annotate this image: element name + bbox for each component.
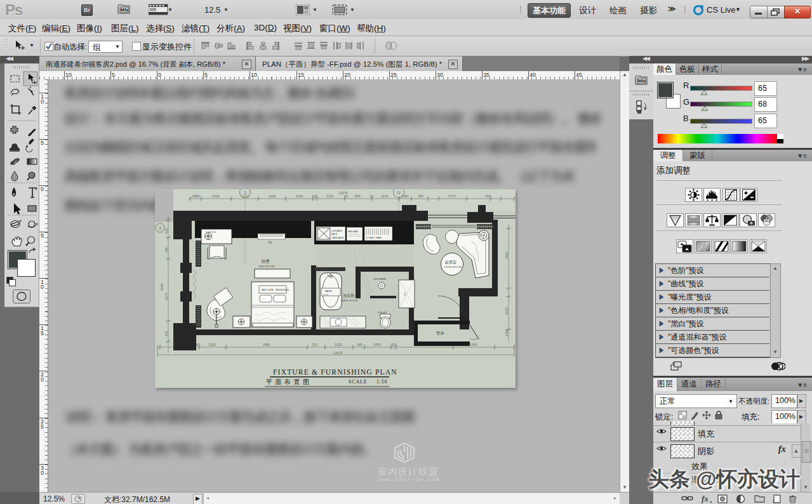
svg-text:285: 285 [357, 343, 363, 347]
svg-text:TOILET: TOILET [378, 311, 387, 314]
svg-text:12975: 12975 [338, 191, 348, 195]
svg-text:350: 350 [418, 194, 423, 198]
svg-text:3680: 3680 [263, 343, 270, 347]
svg-text:1500: 1500 [470, 343, 477, 347]
svg-text:280: 280 [164, 247, 168, 253]
svg-text:210: 210 [312, 343, 317, 347]
svg-text:800: 800 [355, 194, 361, 198]
svg-text:BED ROOM: BED ROOM [259, 265, 274, 268]
svg-text:CONSOLE: CONSOLE [206, 231, 216, 234]
svg-text:洗手间: 洗手间 [343, 293, 354, 298]
svg-text:1520: 1520 [212, 194, 220, 198]
svg-text:3270: 3270 [164, 293, 168, 300]
svg-text:12675: 12675 [333, 351, 343, 355]
svg-text:TV: TV [403, 292, 406, 296]
svg-text:Mb: Mb [638, 78, 646, 84]
svg-text:50: 50 [196, 343, 200, 347]
svg-text:SCALE: SCALE [349, 379, 367, 385]
svg-text:4595: 4595 [160, 283, 164, 291]
svg-text:U: U [397, 190, 401, 196]
svg-text:平面布置图: 平面布置图 [266, 378, 312, 385]
svg-text:CASE RACK: CASE RACK [331, 237, 344, 239]
svg-text:2120: 2120 [335, 343, 342, 347]
svg-text:RACK: RACK [331, 233, 338, 235]
svg-text:350: 350 [164, 331, 168, 336]
svg-text:1050: 1050 [373, 343, 381, 347]
svg-text:1: 1 [244, 190, 247, 196]
svg-text:1160: 1160 [269, 194, 276, 198]
svg-text:MINI BAR: MINI BAR [348, 230, 358, 233]
svg-text:420: 420 [164, 228, 168, 234]
svg-text:4220: 4220 [505, 307, 509, 315]
svg-text:310: 310 [391, 343, 397, 347]
svg-text:fx: fx [702, 494, 709, 503]
svg-text:2605: 2605 [505, 251, 509, 259]
svg-text:1220: 1220 [296, 194, 303, 198]
svg-text:1200: 1200 [326, 194, 334, 198]
svg-text:1400: 1400 [505, 329, 509, 336]
svg-text:1320: 1320 [208, 343, 216, 347]
svg-text:管井: 管井 [436, 331, 445, 336]
svg-text:BED SIZE: 1800X2000: BED SIZE: 1800X2000 [262, 288, 290, 291]
svg-text:10: 10 [369, 194, 373, 198]
svg-text:SHOWER: SHOWER [373, 277, 386, 281]
svg-text:130: 130 [312, 194, 317, 198]
svg-text:BATH ROOM: BATH ROOM [342, 299, 358, 302]
svg-text:卧室: 卧室 [262, 259, 270, 263]
svg-text:BATH: BATH [325, 289, 332, 293]
svg-text:350: 350 [485, 194, 491, 198]
svg-text:LIVING ROOM: LIVING ROOM [444, 265, 462, 269]
svg-text:3: 3 [159, 226, 161, 230]
svg-text:LUGGAGE: LUGGAGE [331, 230, 343, 232]
svg-text:1:50: 1:50 [376, 379, 387, 385]
svg-text:CLOSET / SAFE: CLOSET / SAFE [366, 237, 382, 239]
svg-text:1140: 1140 [381, 194, 388, 198]
svg-text:TV: TV [268, 241, 272, 244]
svg-text:2725: 2725 [448, 194, 456, 198]
svg-text:◂—▸: ◂—▸ [324, 293, 328, 296]
svg-text:Mb: Mb [121, 7, 128, 13]
svg-text:50: 50 [196, 194, 200, 198]
svg-text:FIXTURE & FURNISHING PLA: FIXTURE & FURNISHING PLAN [273, 368, 397, 376]
svg-text:起居室: 起居室 [445, 260, 456, 265]
